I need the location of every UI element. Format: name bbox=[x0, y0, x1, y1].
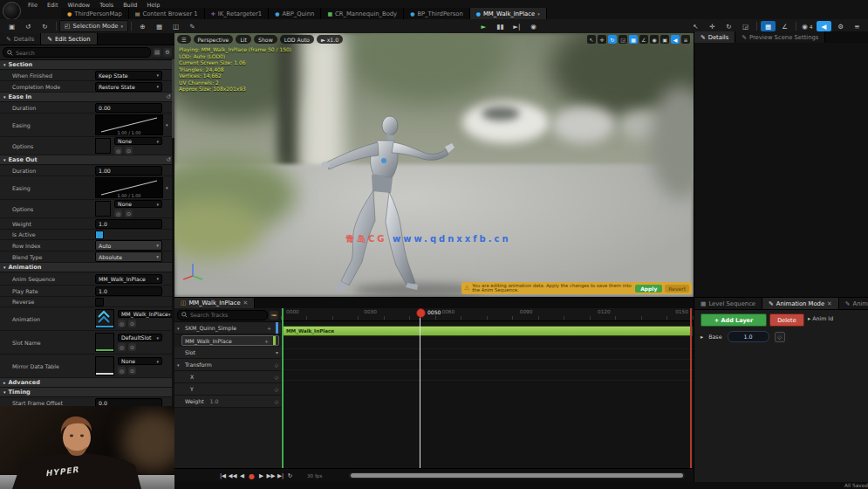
back-button[interactable]: ◀ bbox=[817, 21, 831, 31]
reset-icon[interactable]: ↺ bbox=[167, 93, 171, 100]
tab-details[interactable]: ✎Details bbox=[0, 33, 41, 45]
chevron-down-icon[interactable]: ▾ bbox=[537, 11, 540, 17]
grid-snap-icon[interactable]: ▦ bbox=[629, 35, 638, 44]
use-selected-icon[interactable]: ⊙ bbox=[128, 367, 136, 375]
camera-icon[interactable]: ◉ bbox=[650, 35, 659, 44]
section-header-ease-in[interactable]: ▾Ease In↺ bbox=[0, 93, 174, 102]
section-header-section[interactable]: ▾Section bbox=[0, 60, 174, 70]
filter-icon[interactable]: ▤ bbox=[153, 48, 161, 57]
tab-character-bp[interactable]: ●BP_ThirdPerson bbox=[404, 8, 470, 19]
tab-content-browser[interactable]: ▤Content Browser 1 bbox=[129, 8, 205, 19]
jump-to-end-button[interactable]: ▶| bbox=[276, 472, 285, 481]
play-reverse-button[interactable]: ◀ bbox=[237, 472, 247, 481]
play-button[interactable]: ▶ bbox=[256, 472, 266, 481]
screenshot-icon[interactable]: ▣ bbox=[660, 35, 669, 44]
search-input[interactable]: Search bbox=[3, 47, 151, 58]
section-header-animation[interactable]: ▾Animation bbox=[0, 263, 174, 272]
asset-thumbnail[interactable] bbox=[95, 201, 111, 217]
move-tool-button[interactable]: ✛ bbox=[705, 21, 720, 31]
tab-edit-section[interactable]: ✎Edit Section bbox=[41, 33, 97, 45]
keyframe-icon[interactable]: ◇ bbox=[274, 362, 278, 368]
row-index-dropdown[interactable]: Auto▾ bbox=[95, 240, 162, 251]
mirror-thumbnail[interactable] bbox=[95, 356, 114, 375]
playback-speed-button[interactable]: ►x1.0 bbox=[317, 35, 343, 44]
play-rate-field[interactable]: 1.0 bbox=[95, 286, 162, 296]
undo-button[interactable]: ↺ bbox=[21, 21, 36, 31]
add-icon[interactable]: + bbox=[264, 338, 269, 344]
blueprints-button[interactable]: ▦ bbox=[152, 21, 167, 31]
tab-level[interactable]: ●ThirdPersonMap bbox=[61, 8, 129, 19]
section-header-advanced[interactable]: ▸Advanced bbox=[0, 378, 174, 388]
menu-file[interactable]: File bbox=[28, 2, 38, 9]
track-row-y[interactable]: Y ◇ bbox=[174, 383, 281, 396]
view-mode-button[interactable]: Lit bbox=[236, 35, 251, 44]
rotation-snap-toggle[interactable]: ∠ bbox=[777, 21, 792, 31]
ease-in-asset-dropdown[interactable]: None▾ bbox=[114, 137, 162, 145]
key-icon[interactable]: ◇ bbox=[775, 332, 785, 342]
weight-field[interactable]: 1.0 bbox=[95, 219, 162, 229]
step-forward-button[interactable]: ▶▶ bbox=[266, 472, 276, 481]
eject-button[interactable]: ◉ bbox=[526, 21, 541, 31]
track-row-skeletal-mesh[interactable]: ▾ SKM_Quinn_Simple + bbox=[174, 322, 281, 334]
redo-button[interactable]: ↻ bbox=[38, 21, 52, 31]
rotate-icon[interactable]: ↻ bbox=[608, 35, 617, 44]
ease-out-duration-field[interactable]: 1.00 bbox=[95, 166, 162, 176]
playback-end-marker[interactable] bbox=[690, 308, 692, 469]
scale-icon[interactable]: ◲ bbox=[619, 35, 627, 44]
add-actor-button[interactable]: ⊕ bbox=[135, 21, 150, 31]
browse-icon[interactable]: ◎ bbox=[114, 210, 122, 217]
loop-button[interactable]: ↻ bbox=[285, 472, 295, 481]
track-row-weight[interactable]: Weight 1.0 ◇ bbox=[174, 396, 281, 408]
close-icon[interactable]: ✕ bbox=[827, 300, 832, 307]
playhead-handle[interactable] bbox=[416, 308, 426, 318]
track-row-slot[interactable]: Slot ▾ bbox=[174, 347, 281, 359]
animation-asset-dropdown[interactable]: MM_Walk_InPlace▾ bbox=[118, 310, 174, 318]
blend-type-dropdown[interactable]: Absolute▾ bbox=[95, 251, 162, 262]
completion-mode-dropdown[interactable]: Restore State▾ bbox=[95, 82, 162, 92]
caret-icon[interactable]: ▾ bbox=[177, 326, 182, 331]
keyframe-icon[interactable]: ◇ bbox=[274, 374, 278, 380]
play-button[interactable]: ► bbox=[476, 21, 491, 31]
browse-icon[interactable]: ◎ bbox=[118, 320, 126, 327]
caret-icon[interactable]: ▾ bbox=[177, 362, 182, 368]
tab-anim-blueprint[interactable]: ●ABP_Quinn bbox=[269, 8, 321, 19]
close-icon[interactable]: ✕ bbox=[243, 300, 249, 306]
animation-clip[interactable]: MM_Walk_InPlace bbox=[282, 326, 693, 336]
settings-button[interactable]: ⚙ bbox=[833, 21, 848, 31]
keyframe-icon[interactable]: ◇ bbox=[274, 398, 278, 404]
unreal-logo-icon[interactable] bbox=[3, 2, 21, 20]
slot-thumbnail[interactable] bbox=[95, 333, 114, 352]
slot-name-dropdown[interactable]: DefaultSlot▾ bbox=[118, 334, 162, 341]
sequencer-tab[interactable]: ◫ MM_Walk_InPlace ✕ bbox=[174, 298, 255, 308]
tab-ik-retargeter[interactable]: ✛IK_Retargeter1 bbox=[205, 8, 269, 19]
use-selected-icon[interactable]: ⊙ bbox=[125, 210, 133, 217]
start-offset-field[interactable]: 0.0 bbox=[95, 398, 162, 407]
use-selected-icon[interactable]: ⊙ bbox=[128, 343, 136, 351]
ease-out-curve-widget[interactable]: 1.00 / 1.00 bbox=[95, 177, 163, 198]
section-header-timing[interactable]: ▾Timing bbox=[0, 388, 174, 397]
track-search-input[interactable]: Search Tracks bbox=[177, 310, 268, 320]
playhead-line[interactable] bbox=[420, 308, 420, 469]
select-icon[interactable]: ↖ bbox=[587, 35, 596, 44]
use-selected-icon[interactable]: ⊙ bbox=[128, 320, 136, 327]
use-selected-icon[interactable]: ⊙ bbox=[125, 147, 133, 155]
scale-tool-button[interactable]: ◲ bbox=[738, 21, 753, 31]
ease-out-asset-dropdown[interactable]: None▾ bbox=[114, 200, 162, 208]
track-row-anim-section[interactable]: MM_Walk_InPlace + bbox=[181, 335, 279, 346]
caret-icon[interactable]: ▸ bbox=[701, 334, 703, 340]
browse-icon[interactable]: ◎ bbox=[118, 367, 126, 375]
tab-details-right[interactable]: ✎Details bbox=[694, 31, 735, 43]
revert-button[interactable]: Revert bbox=[665, 285, 689, 293]
ease-in-curve-widget[interactable]: 1.00 / 1.00 bbox=[95, 114, 163, 135]
selection-mode-dropdown[interactable]: ◰ Selection Mode ▾ bbox=[59, 20, 128, 32]
level-viewport[interactable]: ☰ Perspective Lit Show LOD Auto ►x1.0 ↖ … bbox=[174, 33, 694, 297]
camera-speed-button[interactable]: ◉4 bbox=[800, 21, 815, 31]
layout-button[interactable]: ≡ bbox=[850, 21, 865, 31]
tab-anim-sequence-active[interactable]: ●MM_Walk_InPlace▾ bbox=[470, 8, 547, 19]
animation-asset-thumbnail[interactable] bbox=[95, 309, 114, 328]
add-layer-button[interactable]: + Add Layer bbox=[701, 313, 767, 327]
filter-icon[interactable]: ≔ bbox=[270, 311, 278, 320]
angle-snap-icon[interactable]: ∠ bbox=[639, 35, 648, 44]
pause-button[interactable]: ▮▮ bbox=[493, 21, 508, 31]
tab-level-sequence[interactable]: ▦Level Sequence bbox=[694, 298, 762, 309]
